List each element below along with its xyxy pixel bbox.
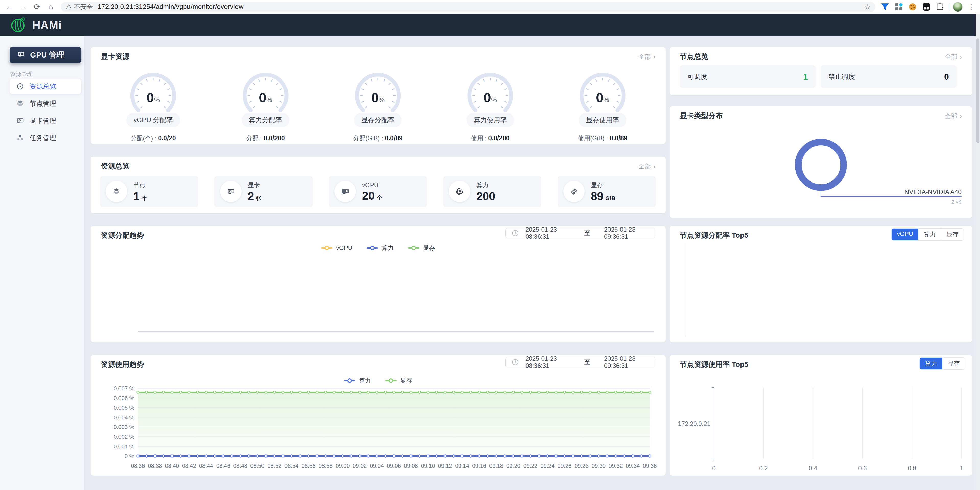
sidebar-item-4[interactable]: 任务管理 — [10, 130, 81, 145]
page: ← → ⟳ ⌂ ⚠ 不安全 172.20.0.21:31254/admin/vg… — [0, 0, 980, 490]
sidebar-item-1[interactable]: 资源总览 — [10, 79, 81, 94]
svg-text:09:32: 09:32 — [609, 463, 623, 469]
address-bar[interactable]: ⚠ 不安全 172.20.0.21:31254/admin/vgpu/monit… — [61, 2, 875, 12]
svg-text:09:30: 09:30 — [592, 463, 606, 469]
svg-text:0: 0 — [712, 465, 716, 472]
sidebar-item-2[interactable]: 节点管理 — [10, 96, 81, 111]
card-title: 资源总览 — [101, 161, 129, 171]
svg-text:1: 1 — [960, 465, 963, 472]
gpu-type-donut-chart[interactable]: NVIDIA-NVIDIA A402 张 — [670, 106, 972, 218]
svg-text:0 %: 0 % — [125, 453, 134, 459]
node-card-label: 禁止调度 — [828, 72, 855, 81]
stat-info: 节点1个 — [133, 181, 147, 202]
sidebar-item-3[interactable]: 显卡管理 — [10, 113, 81, 128]
card-title: 显卡资源 — [101, 52, 129, 61]
stat-info: 算力200 — [476, 181, 495, 202]
sidebar-item-label: 节点管理 — [30, 99, 56, 108]
svg-text:NVIDIA-NVIDIA A40: NVIDIA-NVIDIA A40 — [904, 188, 962, 196]
allocation-trend-chart[interactable] — [91, 226, 666, 342]
svg-text:08:54: 08:54 — [285, 463, 299, 469]
node-card-1[interactable]: 可调度1 — [680, 65, 816, 88]
gauge-icon — [16, 83, 24, 90]
chevron-right-icon: › — [653, 53, 655, 60]
home-icon[interactable]: ⌂ — [44, 1, 58, 13]
svg-text:09:12: 09:12 — [438, 463, 452, 469]
profile-avatar[interactable] — [953, 2, 963, 12]
gauge-stat: 分配 : 0.0/200 — [246, 134, 285, 142]
gauge-4: 0%算力使用率使用 : 0.0/200 — [434, 65, 546, 142]
hami-logo — [10, 16, 27, 34]
security-label: 不安全 — [74, 3, 93, 11]
warning-icon: ⚠ — [66, 3, 72, 11]
svg-text:0.003 %: 0.003 % — [114, 424, 134, 430]
stat-info: vGPU20个 — [362, 182, 382, 201]
svg-text:0.002 %: 0.002 % — [114, 434, 134, 440]
gauge-label: vGPU 分配率 — [126, 113, 180, 127]
cookie-extension-icon[interactable] — [907, 2, 918, 12]
bookmark-star-icon[interactable]: ☆ — [861, 2, 873, 11]
gpu-card-icon — [220, 181, 242, 202]
brand-title: HAMi — [32, 19, 62, 32]
card-resource-overview: 资源总览 全部› 节点1个显卡2张vGPU20个算力200显存89GiB — [91, 157, 666, 213]
stat-info: 显卡2张 — [248, 181, 261, 202]
dark-reader-extension-icon[interactable] — [921, 2, 931, 12]
browser-menu-icon[interactable]: ⋮ — [966, 2, 978, 11]
svg-text:09:22: 09:22 — [523, 463, 538, 469]
stat-value: 1个 — [133, 191, 147, 202]
stat-card-4[interactable]: 算力200 — [443, 176, 541, 207]
refresh-icon[interactable]: ⟳ — [30, 1, 44, 13]
svg-text:08:52: 08:52 — [267, 463, 282, 469]
node-icon — [16, 100, 24, 107]
grid-extension-icon[interactable] — [894, 2, 904, 12]
svg-text:0.4: 0.4 — [809, 465, 817, 472]
svg-text:08:56: 08:56 — [302, 463, 316, 469]
stat-label: 节点 — [133, 181, 147, 189]
stat-value: 2张 — [248, 191, 261, 202]
app-header: HAMi — [0, 14, 980, 36]
gauge-value: 0% — [352, 90, 403, 105]
svg-text:09:02: 09:02 — [353, 463, 367, 469]
card-usage-trend: 资源使用趋势 2025-01-23 08:36:31 至 2025-01-23 … — [91, 355, 666, 476]
node-allocation-chart[interactable] — [670, 226, 972, 342]
all-link[interactable]: 全部› — [638, 53, 655, 61]
stat-label: vGPU — [362, 182, 382, 188]
svg-text:08:42: 08:42 — [182, 463, 196, 469]
puzzle-extensions-icon[interactable] — [935, 2, 945, 12]
funnel-extension-icon[interactable] — [880, 2, 890, 12]
svg-text:09:36: 09:36 — [643, 463, 657, 469]
gauge-stat: 分配(个) : 0.0/20 — [130, 134, 176, 142]
card-gpu-type-distribution: 显卡类型分布 全部› NVIDIA-NVIDIA A402 张 — [670, 106, 972, 218]
sidebar-group-gpu[interactable]: GPU 管理 — [10, 46, 81, 63]
sidebar-section-label: 资源管理 — [10, 70, 33, 78]
node-usage-chart[interactable]: 00.20.40.60.81172.20.0.21 — [670, 355, 972, 476]
stat-value: 200 — [476, 191, 495, 202]
svg-text:0.8: 0.8 — [908, 465, 916, 472]
stat-card-3[interactable]: vGPU20个 — [329, 176, 427, 207]
svg-text:09:18: 09:18 — [489, 463, 503, 469]
security-chip[interactable]: ⚠ 不安全 — [66, 3, 97, 11]
scrollbar-track[interactable] — [976, 14, 980, 490]
stat-label: 显卡 — [248, 181, 261, 189]
tasks-icon — [16, 134, 24, 142]
gauge-stat: 分配(GiB) : 0.0/89 — [353, 134, 402, 142]
svg-text:08:36: 08:36 — [131, 463, 145, 469]
back-icon[interactable]: ← — [3, 1, 16, 13]
compute-chip-icon — [449, 181, 470, 202]
node-card-2[interactable]: 禁止调度0 — [821, 65, 956, 88]
usage-trend-chart[interactable]: 0.007 %0.006 %0.005 %0.004 %0.003 %0.002… — [91, 355, 666, 476]
gauge-value: 0% — [240, 90, 291, 105]
stat-card-5[interactable]: 显存89GiB — [558, 176, 656, 207]
stat-label: 算力 — [476, 181, 495, 189]
extensions-row: ⋮ — [880, 2, 978, 12]
all-link[interactable]: 全部› — [945, 53, 962, 61]
stat-card-2[interactable]: 显卡2张 — [215, 176, 313, 207]
gauge-label: 算力分配率 — [242, 113, 289, 127]
stat-card-1[interactable]: 节点1个 — [100, 176, 198, 207]
svg-text:09:34: 09:34 — [626, 463, 640, 469]
node-card-value: 1 — [803, 72, 808, 82]
scrollbar-thumb[interactable] — [977, 38, 980, 143]
url-text[interactable]: 172.20.0.21:31254/admin/vgpu/monitor/ove… — [97, 3, 861, 11]
forward-icon[interactable]: → — [16, 1, 30, 13]
all-link[interactable]: 全部› — [638, 162, 655, 171]
svg-text:0.001 %: 0.001 % — [114, 443, 134, 450]
